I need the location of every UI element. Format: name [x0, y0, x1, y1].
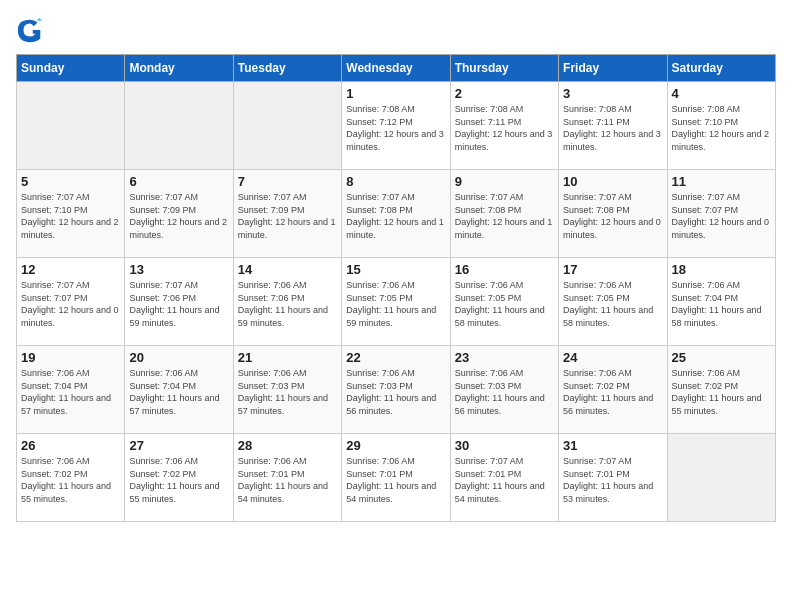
day-info: Sunrise: 7:06 AM Sunset: 7:04 PM Dayligh…	[21, 367, 120, 417]
day-info: Sunrise: 7:07 AM Sunset: 7:09 PM Dayligh…	[129, 191, 228, 241]
day-number: 13	[129, 262, 228, 277]
day-number: 24	[563, 350, 662, 365]
calendar-cell: 8Sunrise: 7:07 AM Sunset: 7:08 PM Daylig…	[342, 170, 450, 258]
day-number: 23	[455, 350, 554, 365]
calendar-cell: 26Sunrise: 7:06 AM Sunset: 7:02 PM Dayli…	[17, 434, 125, 522]
calendar-cell: 9Sunrise: 7:07 AM Sunset: 7:08 PM Daylig…	[450, 170, 558, 258]
day-number: 22	[346, 350, 445, 365]
day-info: Sunrise: 7:06 AM Sunset: 7:05 PM Dayligh…	[455, 279, 554, 329]
calendar-cell: 14Sunrise: 7:06 AM Sunset: 7:06 PM Dayli…	[233, 258, 341, 346]
calendar-cell: 23Sunrise: 7:06 AM Sunset: 7:03 PM Dayli…	[450, 346, 558, 434]
weekday-header-wednesday: Wednesday	[342, 55, 450, 82]
day-info: Sunrise: 7:06 AM Sunset: 7:03 PM Dayligh…	[238, 367, 337, 417]
day-info: Sunrise: 7:06 AM Sunset: 7:02 PM Dayligh…	[563, 367, 662, 417]
day-number: 3	[563, 86, 662, 101]
day-info: Sunrise: 7:06 AM Sunset: 7:04 PM Dayligh…	[672, 279, 771, 329]
calendar-cell: 10Sunrise: 7:07 AM Sunset: 7:08 PM Dayli…	[559, 170, 667, 258]
day-info: Sunrise: 7:07 AM Sunset: 7:08 PM Dayligh…	[346, 191, 445, 241]
day-info: Sunrise: 7:06 AM Sunset: 7:01 PM Dayligh…	[346, 455, 445, 505]
calendar-cell: 18Sunrise: 7:06 AM Sunset: 7:04 PM Dayli…	[667, 258, 775, 346]
day-info: Sunrise: 7:07 AM Sunset: 7:08 PM Dayligh…	[563, 191, 662, 241]
day-info: Sunrise: 7:07 AM Sunset: 7:09 PM Dayligh…	[238, 191, 337, 241]
day-info: Sunrise: 7:06 AM Sunset: 7:02 PM Dayligh…	[21, 455, 120, 505]
calendar-cell: 29Sunrise: 7:06 AM Sunset: 7:01 PM Dayli…	[342, 434, 450, 522]
day-number: 4	[672, 86, 771, 101]
day-number: 16	[455, 262, 554, 277]
calendar-cell: 13Sunrise: 7:07 AM Sunset: 7:06 PM Dayli…	[125, 258, 233, 346]
day-info: Sunrise: 7:06 AM Sunset: 7:05 PM Dayligh…	[563, 279, 662, 329]
day-number: 1	[346, 86, 445, 101]
calendar-cell	[233, 82, 341, 170]
day-number: 17	[563, 262, 662, 277]
day-number: 29	[346, 438, 445, 453]
calendar-cell: 30Sunrise: 7:07 AM Sunset: 7:01 PM Dayli…	[450, 434, 558, 522]
calendar-cell: 11Sunrise: 7:07 AM Sunset: 7:07 PM Dayli…	[667, 170, 775, 258]
day-info: Sunrise: 7:07 AM Sunset: 7:01 PM Dayligh…	[455, 455, 554, 505]
day-info: Sunrise: 7:08 AM Sunset: 7:12 PM Dayligh…	[346, 103, 445, 153]
day-info: Sunrise: 7:07 AM Sunset: 7:08 PM Dayligh…	[455, 191, 554, 241]
day-info: Sunrise: 7:08 AM Sunset: 7:11 PM Dayligh…	[455, 103, 554, 153]
day-number: 12	[21, 262, 120, 277]
day-number: 8	[346, 174, 445, 189]
day-number: 6	[129, 174, 228, 189]
day-number: 20	[129, 350, 228, 365]
day-number: 30	[455, 438, 554, 453]
day-number: 10	[563, 174, 662, 189]
calendar-cell: 7Sunrise: 7:07 AM Sunset: 7:09 PM Daylig…	[233, 170, 341, 258]
calendar-cell: 25Sunrise: 7:06 AM Sunset: 7:02 PM Dayli…	[667, 346, 775, 434]
logo-icon	[16, 16, 44, 44]
weekday-header-tuesday: Tuesday	[233, 55, 341, 82]
day-number: 2	[455, 86, 554, 101]
weekday-header-monday: Monday	[125, 55, 233, 82]
weekday-header-friday: Friday	[559, 55, 667, 82]
day-number: 14	[238, 262, 337, 277]
day-number: 27	[129, 438, 228, 453]
weekday-header-sunday: Sunday	[17, 55, 125, 82]
calendar-cell: 1Sunrise: 7:08 AM Sunset: 7:12 PM Daylig…	[342, 82, 450, 170]
weekday-header-thursday: Thursday	[450, 55, 558, 82]
day-info: Sunrise: 7:06 AM Sunset: 7:02 PM Dayligh…	[129, 455, 228, 505]
calendar-cell: 21Sunrise: 7:06 AM Sunset: 7:03 PM Dayli…	[233, 346, 341, 434]
calendar-cell	[667, 434, 775, 522]
calendar-cell: 4Sunrise: 7:08 AM Sunset: 7:10 PM Daylig…	[667, 82, 775, 170]
day-info: Sunrise: 7:06 AM Sunset: 7:04 PM Dayligh…	[129, 367, 228, 417]
day-info: Sunrise: 7:07 AM Sunset: 7:01 PM Dayligh…	[563, 455, 662, 505]
calendar-cell: 31Sunrise: 7:07 AM Sunset: 7:01 PM Dayli…	[559, 434, 667, 522]
day-number: 5	[21, 174, 120, 189]
day-number: 11	[672, 174, 771, 189]
calendar-cell: 19Sunrise: 7:06 AM Sunset: 7:04 PM Dayli…	[17, 346, 125, 434]
calendar-cell	[125, 82, 233, 170]
day-number: 9	[455, 174, 554, 189]
logo	[16, 16, 46, 44]
calendar-cell: 15Sunrise: 7:06 AM Sunset: 7:05 PM Dayli…	[342, 258, 450, 346]
day-info: Sunrise: 7:08 AM Sunset: 7:11 PM Dayligh…	[563, 103, 662, 153]
day-number: 21	[238, 350, 337, 365]
calendar-cell: 2Sunrise: 7:08 AM Sunset: 7:11 PM Daylig…	[450, 82, 558, 170]
day-number: 25	[672, 350, 771, 365]
calendar-cell: 12Sunrise: 7:07 AM Sunset: 7:07 PM Dayli…	[17, 258, 125, 346]
day-info: Sunrise: 7:07 AM Sunset: 7:10 PM Dayligh…	[21, 191, 120, 241]
day-info: Sunrise: 7:06 AM Sunset: 7:05 PM Dayligh…	[346, 279, 445, 329]
day-number: 7	[238, 174, 337, 189]
day-number: 28	[238, 438, 337, 453]
calendar-cell: 27Sunrise: 7:06 AM Sunset: 7:02 PM Dayli…	[125, 434, 233, 522]
day-info: Sunrise: 7:07 AM Sunset: 7:06 PM Dayligh…	[129, 279, 228, 329]
day-info: Sunrise: 7:06 AM Sunset: 7:06 PM Dayligh…	[238, 279, 337, 329]
day-info: Sunrise: 7:07 AM Sunset: 7:07 PM Dayligh…	[21, 279, 120, 329]
calendar-cell: 16Sunrise: 7:06 AM Sunset: 7:05 PM Dayli…	[450, 258, 558, 346]
calendar-cell: 24Sunrise: 7:06 AM Sunset: 7:02 PM Dayli…	[559, 346, 667, 434]
day-info: Sunrise: 7:07 AM Sunset: 7:07 PM Dayligh…	[672, 191, 771, 241]
calendar-cell: 28Sunrise: 7:06 AM Sunset: 7:01 PM Dayli…	[233, 434, 341, 522]
day-info: Sunrise: 7:06 AM Sunset: 7:03 PM Dayligh…	[346, 367, 445, 417]
day-info: Sunrise: 7:06 AM Sunset: 7:01 PM Dayligh…	[238, 455, 337, 505]
header	[16, 16, 776, 44]
day-info: Sunrise: 7:06 AM Sunset: 7:02 PM Dayligh…	[672, 367, 771, 417]
day-number: 15	[346, 262, 445, 277]
calendar-cell: 5Sunrise: 7:07 AM Sunset: 7:10 PM Daylig…	[17, 170, 125, 258]
day-number: 18	[672, 262, 771, 277]
calendar-cell: 6Sunrise: 7:07 AM Sunset: 7:09 PM Daylig…	[125, 170, 233, 258]
weekday-header-saturday: Saturday	[667, 55, 775, 82]
calendar-table: SundayMondayTuesdayWednesdayThursdayFrid…	[16, 54, 776, 522]
calendar-cell: 3Sunrise: 7:08 AM Sunset: 7:11 PM Daylig…	[559, 82, 667, 170]
day-info: Sunrise: 7:06 AM Sunset: 7:03 PM Dayligh…	[455, 367, 554, 417]
